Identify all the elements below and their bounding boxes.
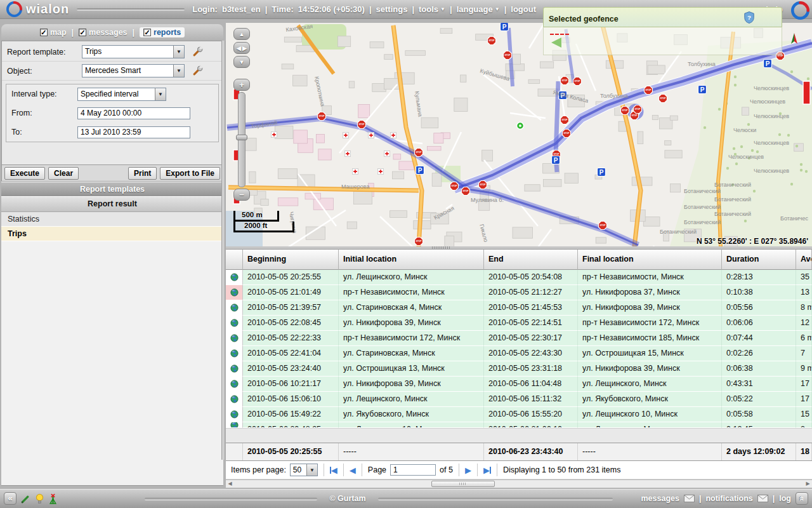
items-per-page-select[interactable]: 50 ▼: [290, 464, 318, 476]
trip-marker-icon[interactable]: [226, 300, 243, 316]
corner-swirl-icon[interactable]: [791, 1, 809, 20]
messages-link[interactable]: messages: [641, 494, 679, 503]
trip-marker-icon[interactable]: [226, 316, 243, 331]
wrench-icon[interactable]: [192, 46, 203, 57]
table-row[interactable]: 2010-05-06 15:49:22ул. Якубовского, Минс…: [226, 407, 812, 422]
checkbox-map[interactable]: ✓: [40, 29, 48, 36]
table-row[interactable]: 2010-05-05 22:41:04ул. Стариновская, Мин…: [226, 346, 812, 361]
column-avg[interactable]: Ave: [796, 249, 812, 270]
pharmacy-icon: [345, 151, 351, 157]
pan-up-button[interactable]: ▲: [233, 28, 250, 40]
table-row[interactable]: 2010-05-05 23:24:40ул. Острошицкая 13, М…: [226, 361, 812, 377]
wrench-icon[interactable]: [192, 65, 203, 76]
collapse-panel-button[interactable]: «: [4, 492, 16, 505]
trip-marker-icon[interactable]: [226, 346, 243, 361]
column-duration[interactable]: Duration: [722, 249, 796, 270]
result-item-statistics[interactable]: Statistics: [1, 212, 223, 227]
menu-tools[interactable]: tools▼: [419, 4, 445, 14]
column-beginning[interactable]: Beginning: [243, 249, 339, 270]
table-row[interactable]: 2010-05-05 22:08:45ул. Никифорова 39, Ми…: [226, 316, 812, 331]
column-icon[interactable]: [226, 249, 243, 270]
table-row[interactable]: 2010-05-06 20:48:25ул. Лещинского 10, Ми…: [226, 422, 812, 428]
scrollbar-thumb[interactable]: [431, 481, 495, 487]
column-initial-location[interactable]: Initial location: [339, 249, 484, 270]
notifications-envelope-icon[interactable]: [757, 495, 768, 502]
print-button[interactable]: Print: [128, 167, 157, 180]
tab-reports[interactable]: ✓ reports: [140, 27, 185, 37]
messages-envelope-icon[interactable]: [684, 495, 695, 502]
execute-button[interactable]: Execute: [4, 167, 45, 180]
clear-button[interactable]: Clear: [48, 167, 79, 180]
pencil-icon[interactable]: [20, 493, 31, 504]
page-input[interactable]: [390, 464, 436, 476]
table-row[interactable]: 2010-05-05 21:01:49пр-т Независимости, М…: [226, 285, 812, 300]
trip-marker-icon[interactable]: [226, 361, 243, 377]
zoom-in-button[interactable]: +: [233, 79, 250, 91]
menu-settings[interactable]: settings: [376, 4, 408, 14]
bulb-icon[interactable]: [35, 493, 44, 504]
table-row[interactable]: 2010-05-06 10:21:17ул. Никифорова 39, Ми…: [226, 377, 812, 392]
cell-end: 2010-05-06 11:04:48: [484, 377, 578, 392]
cell-avg: 13: [796, 285, 812, 300]
checkbox-reports[interactable]: ✓: [143, 29, 151, 36]
map-canvas[interactable]: STOPSTOPSTOPSTOPSTOPSTOPSTOPSTOPSTOPSTOP…: [226, 23, 812, 246]
zoom-slider-handle[interactable]: [236, 135, 247, 140]
zoom-out-button[interactable]: −: [233, 189, 250, 201]
interval-type-select[interactable]: Specified interval ▼: [77, 88, 166, 101]
trip-marker-icon[interactable]: [226, 392, 243, 407]
svg-text:P: P: [599, 169, 604, 176]
last-page-button[interactable]: ▶: [483, 465, 491, 475]
first-page-button[interactable]: ◀: [330, 465, 337, 475]
log-link[interactable]: log: [779, 494, 791, 503]
cell-beginning: 2010-05-05 23:24:40: [243, 361, 339, 377]
trip-marker-icon[interactable]: [226, 331, 243, 346]
section-report-templates[interactable]: Report templates: [1, 182, 223, 196]
column-final-location[interactable]: Final location: [578, 249, 722, 270]
sidebar-scrollbar[interactable]: [221, 41, 225, 460]
pan-right-icon[interactable]: ▶: [242, 45, 247, 51]
map-panel[interactable]: STOPSTOPSTOPSTOPSTOPSTOPSTOPSTOPSTOPSTOP…: [226, 23, 812, 246]
column-end[interactable]: End: [484, 249, 578, 270]
chevron-down-icon[interactable]: ▼: [306, 464, 317, 476]
table-row[interactable]: 2010-05-05 20:25:55ул. Лещинского, Минск…: [226, 270, 812, 285]
result-item-trips[interactable]: Trips: [1, 227, 223, 241]
table-row[interactable]: 2010-05-05 22:22:33пр-т Независимости 17…: [226, 331, 812, 346]
chevron-down-icon[interactable]: ▼: [173, 46, 184, 58]
menu-logout[interactable]: logout: [511, 4, 536, 14]
expand-log-button[interactable]: «: [796, 492, 808, 505]
checkbox-messages[interactable]: ✓: [79, 29, 86, 36]
cell-initial-location: ул. Якубовского, Минск: [339, 407, 484, 422]
trip-marker-icon[interactable]: [226, 270, 243, 285]
scroll-left-icon[interactable]: ◀: [226, 480, 234, 488]
to-input[interactable]: [77, 126, 190, 138]
tab-map[interactable]: ✓ map: [40, 28, 67, 37]
table-row[interactable]: 2010-05-05 21:39:57ул. Стариновская 4, М…: [226, 300, 812, 316]
trip-marker-icon[interactable]: [226, 407, 243, 422]
table-row[interactable]: 2010-05-06 15:06:10ул. Лещинского, Минск…: [226, 392, 812, 407]
chevron-down-icon[interactable]: ▼: [173, 65, 184, 77]
panel-empty-area: [1, 241, 223, 486]
export-button[interactable]: Export to File: [160, 167, 220, 180]
tab-messages[interactable]: ✓ messages: [79, 28, 127, 37]
pan-left-icon[interactable]: ◀: [237, 45, 241, 51]
menu-language[interactable]: language▼: [457, 4, 500, 14]
chevron-down-icon[interactable]: ▼: [155, 88, 166, 100]
report-template-select[interactable]: Trips ▼: [82, 45, 185, 58]
trip-marker-icon[interactable]: [226, 285, 243, 300]
stop-sign-icon: STOP: [415, 149, 423, 157]
section-report-result[interactable]: Report result: [1, 196, 223, 212]
horizontal-scrollbar[interactable]: ◀ ▶: [226, 479, 812, 488]
zoom-slider[interactable]: [238, 92, 246, 187]
trip-marker-icon[interactable]: [226, 422, 243, 428]
trip-marker-icon[interactable]: [226, 377, 243, 392]
from-input[interactable]: [77, 107, 190, 119]
notifications-link[interactable]: notifications: [705, 494, 752, 503]
pan-left-right-button[interactable]: ◀ ▶: [233, 42, 250, 54]
scroll-right-icon[interactable]: ▶: [804, 480, 812, 488]
object-select[interactable]: Mercedes Smart ▼: [82, 64, 185, 77]
pan-down-button[interactable]: ▼: [233, 56, 250, 68]
antenna-icon[interactable]: [48, 493, 58, 504]
prev-page-button[interactable]: ◀: [350, 465, 356, 475]
help-shield-icon[interactable]: ?: [743, 11, 755, 24]
next-page-button[interactable]: ▶: [465, 465, 471, 475]
